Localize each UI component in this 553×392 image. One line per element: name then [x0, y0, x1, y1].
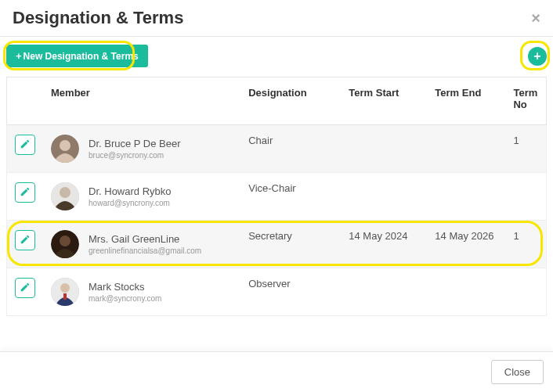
pencil-icon: [20, 138, 31, 152]
member-cell: Mrs. Gail GreenLine greenlinefinancialsa…: [51, 230, 233, 258]
designation-cell: Vice-Chair: [240, 173, 341, 221]
modal-header: Designation & Terms ×: [0, 0, 553, 37]
table-container: Member Designation Term Start Term End T…: [0, 77, 553, 322]
plus-icon: +: [533, 49, 540, 63]
edit-button[interactable]: [15, 278, 35, 298]
member-cell: Dr. Bruce P De Beer bruce@syncrony.com: [51, 135, 233, 163]
designation-cell: Secretary: [240, 221, 341, 268]
new-designation-label: New Designation & Terms: [23, 51, 139, 62]
designation-cell: Observer: [240, 268, 341, 316]
term-start-cell: 14 May 2024: [341, 221, 427, 268]
term-end-cell: [427, 125, 505, 173]
term-no-cell: 1: [505, 221, 546, 268]
member-email: greenlinefinancialsa@gmail.com: [89, 246, 201, 255]
table-header-row: Member Designation Term Start Term End T…: [7, 77, 547, 125]
term-start-cell: [341, 268, 427, 316]
table-row: Mrs. Gail GreenLine greenlinefinancialsa…: [7, 221, 547, 268]
col-header-term-no: Term No: [505, 77, 546, 125]
member-name: Mrs. Gail GreenLine: [89, 233, 201, 245]
pencil-icon: [20, 186, 31, 200]
svg-point-7: [60, 283, 70, 293]
member-email: howard@syncrony.com: [89, 199, 171, 207]
col-header-term-start: Term Start: [341, 77, 427, 125]
member-name: Mark Stocks: [89, 281, 161, 293]
table-row: Dr. Howard Rybko howard@syncrony.com Vic…: [7, 173, 547, 221]
pencil-icon: [20, 234, 31, 247]
avatar: [51, 135, 79, 163]
term-end-cell: [427, 173, 505, 221]
term-no-cell: 1: [505, 125, 546, 173]
term-end-cell: [427, 268, 505, 316]
designation-cell: Chair: [240, 125, 341, 173]
term-start-cell: [341, 173, 427, 221]
member-cell: Mark Stocks mark@syncrony.com: [51, 278, 233, 306]
pencil-icon: [20, 282, 31, 295]
table-row: Dr. Bruce P De Beer bruce@syncrony.com C…: [7, 125, 547, 173]
close-icon[interactable]: ×: [531, 10, 540, 26]
member-email: mark@syncrony.com: [89, 294, 161, 303]
member-email: bruce@syncrony.com: [89, 151, 181, 160]
col-header-edit: [7, 77, 44, 125]
svg-point-3: [60, 187, 70, 198]
table-row: Mark Stocks mark@syncrony.com Observer: [7, 268, 547, 316]
designation-table: Member Designation Term Start Term End T…: [6, 77, 547, 316]
avatar: [51, 230, 79, 258]
edit-button[interactable]: [15, 230, 35, 250]
term-end-cell: 14 May 2026: [427, 221, 505, 268]
term-no-cell: [505, 173, 546, 221]
modal: Designation & Terms × + New Designation …: [0, 0, 553, 392]
term-start-cell: [341, 125, 427, 173]
edit-button[interactable]: [15, 135, 35, 155]
svg-point-5: [60, 236, 70, 246]
add-fab-button[interactable]: +: [528, 47, 547, 66]
toolbar: + New Designation & Terms +: [0, 37, 553, 77]
col-header-term-end: Term End: [427, 77, 505, 125]
col-header-member: Member: [43, 77, 240, 125]
modal-footer: Close: [0, 351, 553, 392]
edit-button[interactable]: [15, 182, 35, 203]
close-button[interactable]: Close: [491, 360, 544, 384]
page-title: Designation & Terms: [13, 8, 183, 28]
term-no-cell: [505, 268, 546, 316]
plus-icon: +: [16, 50, 22, 62]
avatar: [51, 182, 79, 210]
avatar: [51, 278, 79, 306]
member-name: Dr. Bruce P De Beer: [89, 138, 181, 149]
col-header-designation: Designation: [240, 77, 341, 125]
new-designation-button[interactable]: + New Designation & Terms: [6, 45, 148, 67]
member-cell: Dr. Howard Rybko howard@syncrony.com: [51, 182, 233, 210]
member-name: Dr. Howard Rybko: [89, 185, 171, 197]
svg-rect-8: [63, 293, 67, 300]
svg-point-1: [60, 140, 70, 151]
